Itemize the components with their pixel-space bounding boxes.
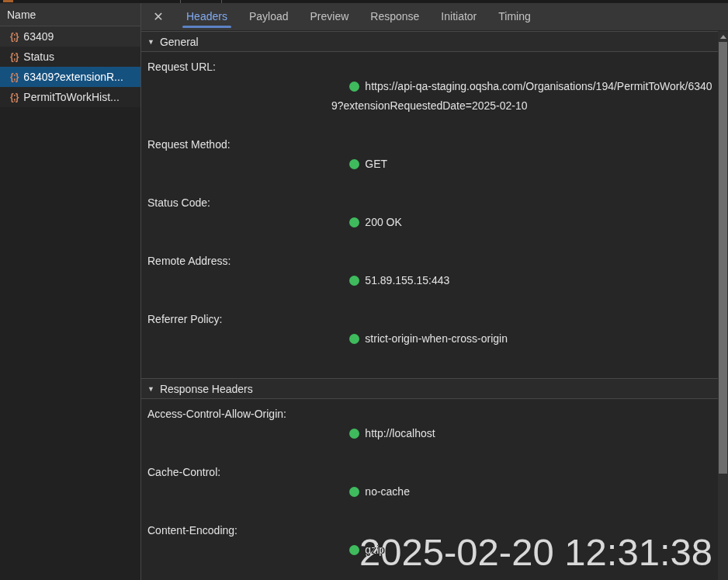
tab-preview[interactable]: Preview [300,0,360,30]
triangle-down-icon: ▼ [147,38,154,46]
tab-label: Initiator [441,10,477,23]
header-value: 200 OK [365,216,401,228]
triangle-down-icon: ▼ [147,385,154,393]
detail-tabbar: ✕ Headers Payload Preview Response Initi… [141,0,728,30]
header-value: https://api-qa-staging.oqsha.com/Organis… [331,80,712,112]
section-header[interactable]: ▼ Response Headers [141,378,718,399]
header-value: GET [365,158,387,170]
header-name: Status Code: [147,193,331,252]
request-name: Status [23,50,54,63]
status-dot-icon [349,334,359,344]
section-rows: Access-Control-Allow-Origin: http://loca… [141,399,718,580]
header-row: Request URL: https://api-qa-staging.oqsh… [141,57,718,135]
headers-content: ▼ General Request URL: https://api-qa-st… [141,31,718,580]
tab-timing[interactable]: Timing [487,0,542,30]
tab-headers[interactable]: Headers [175,0,238,30]
name-column-header[interactable]: Name [0,3,140,26]
json-braces-icon: {;} [10,92,18,102]
header-name: Content-Encoding: [147,521,331,579]
scrollbar[interactable] [718,31,728,580]
tab-label: Response [370,10,419,23]
tab-label: Preview [310,10,349,23]
header-value: gzip [365,544,385,556]
column-divider [221,0,222,3]
tab-label: Payload [249,10,289,23]
scrollbar-thumb[interactable] [719,42,727,474]
json-braces-icon: {;} [10,51,18,62]
header-value: 51.89.155.15:443 [365,274,449,287]
json-braces-icon: {;} [10,31,18,42]
tab-label: Headers [186,10,227,23]
header-name: Remote Address: [147,252,331,310]
header-name: Access-Control-Allow-Origin: [147,405,331,463]
cutoff-row-fragment [3,0,13,2]
tab-payload[interactable]: Payload [238,0,300,30]
json-braces-icon: {;} [10,71,18,82]
column-divider [180,0,181,3]
header-row: Request Method: GET [141,135,718,193]
header-row: Cache-Control: no-cache [141,463,718,521]
request-list-item-permittoworkhist[interactable]: {;} PermitToWorkHist... [0,87,140,107]
header-name: Referrer Policy: [147,310,331,368]
header-value: strict-origin-when-cross-origin [365,332,508,345]
status-dot-icon [349,159,359,169]
devtools-network-panel: Name {;} 63409 {;} Status {;} 63409?exte… [0,0,728,580]
header-name: Cache-Control: [147,463,331,521]
section-general: ▼ General Request URL: https://api-qa-st… [141,31,718,378]
request-name: 63409?extensionR... [23,71,123,83]
scroll-up-arrow-icon[interactable] [720,35,726,39]
name-column-label: Name [7,9,36,21]
section-title: Response Headers [160,383,253,395]
status-dot-icon [349,545,359,555]
request-name: 63409 [23,30,54,43]
header-row: Content-Encoding: gzip [141,521,718,579]
tab-list: Headers Payload Preview Response Initiat… [175,0,542,30]
status-dot-icon [349,487,359,497]
header-value: no-cache [365,485,410,498]
section-response-headers: ▼ Response Headers Access-Control-Allow-… [141,378,718,580]
status-dot-icon [349,429,359,439]
tab-initiator[interactable]: Initiator [430,0,487,30]
close-icon[interactable]: ✕ [141,0,175,30]
header-value: http://localhost [365,427,435,439]
header-name: Request Method: [147,135,331,193]
requests-sidebar: Name {;} 63409 {;} Status {;} 63409?exte… [0,3,141,580]
header-name: Request URL: [147,57,331,135]
top-strip [0,0,728,3]
request-list-item-63409[interactable]: {;} 63409 [0,26,140,47]
tab-response[interactable]: Response [359,0,430,30]
request-list-item-63409-extensionr[interactable]: {;} 63409?extensionR... [0,67,140,87]
tab-label: Timing [498,10,531,23]
status-dot-icon [349,217,359,227]
request-detail-panel: ✕ Headers Payload Preview Response Initi… [141,0,728,580]
header-row: Access-Control-Allow-Origin: http://loca… [141,405,718,463]
header-row: Remote Address: 51.89.155.15:443 [141,252,718,310]
request-list: {;} 63409 {;} Status {;} 63409?extension… [0,26,140,107]
header-row: Referrer Policy: strict-origin-when-cros… [141,310,718,368]
header-row: Status Code: 200 OK [141,193,718,252]
section-header[interactable]: ▼ General [141,31,718,52]
request-name: PermitToWorkHist... [23,91,119,103]
request-list-item-status[interactable]: {;} Status [0,47,140,67]
section-rows: Request URL: https://api-qa-staging.oqsh… [141,52,718,378]
status-dot-icon [349,276,359,286]
section-title: General [160,36,199,48]
status-dot-icon [349,82,359,92]
